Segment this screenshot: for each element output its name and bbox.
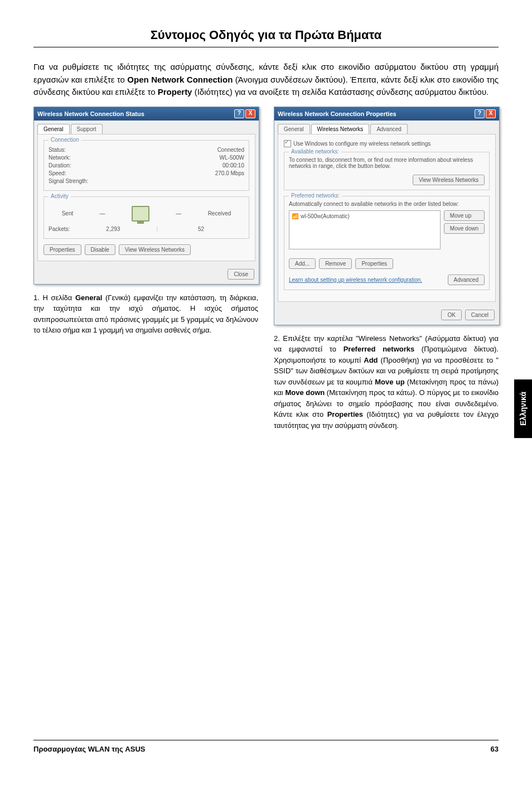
disable-button[interactable]: Disable [85,244,115,255]
val-sent: 2,293 [70,226,156,232]
dialog2-title: Wireless Network Connection Properties [278,110,396,117]
group-available: Available networks: [289,148,341,155]
status-dialog: Wireless Network Connection Status ? X G… [33,107,259,285]
preferred-listbox[interactable]: 📶 wl-500w(Automatic) [289,210,441,249]
network-activity-icon [132,206,149,222]
tab-general-2[interactable]: General [278,124,310,134]
page-number: 63 [491,745,499,753]
available-text: To connect to, disconnect from, or find … [289,157,485,169]
ok-button[interactable]: OK [441,310,461,320]
view-wireless-button[interactable]: View Wireless Networks [413,175,485,185]
move-up-button[interactable]: Move up [444,210,485,221]
dialog1-title: Wireless Network Connection Status [37,110,144,117]
properties-button[interactable]: Properties [43,244,81,255]
lbl-sent: Sent [62,210,74,216]
use-windows-checkbox[interactable] [284,140,291,147]
view-networks-button[interactable]: View Wireless Networks [119,244,191,255]
tab-wireless-networks[interactable]: Wireless Networks [311,124,370,134]
tab-advanced[interactable]: Advanced [370,124,407,134]
footer-title: Προσαρμογέας WLAN της ASUS [33,745,145,753]
list-item[interactable]: 📶 wl-500w(Automatic) [292,213,438,220]
lbl-packets: Packets: [49,226,70,232]
lbl-received: Received [208,210,231,216]
group-preferred: Preferred networks: [289,192,342,199]
lbl-duration: Duration: [49,162,71,169]
props-button[interactable]: Properties [355,258,393,269]
signal-icon: 📶 [292,213,298,220]
close-icon[interactable]: X [486,109,496,118]
use-windows-label: Use Windows to configure my wireless net… [293,141,431,147]
add-button[interactable]: Add... [289,258,316,269]
list-item-label: wl-500w(Automatic) [301,213,350,219]
preferred-text: Automatically connect to available netwo… [289,201,485,207]
move-down-button[interactable]: Move down [444,223,485,234]
close-icon[interactable]: X [245,109,255,118]
lbl-network: Network: [49,155,70,161]
cancel-button[interactable]: Cancel [465,310,495,320]
close-button[interactable]: Close [228,269,254,280]
group-connection: Connection [49,137,81,143]
tab-general[interactable]: General [37,124,70,134]
page-title: Σύντομος Οδηγός για τα Πρώτα Βήματα [33,28,499,42]
help-icon[interactable]: ? [234,109,244,118]
advanced-button[interactable]: Advanced [448,275,485,285]
tab-support[interactable]: Support [71,124,103,134]
val-status: Connected [217,147,244,153]
properties-dialog: Wireless Network Connection Properties ?… [274,107,500,325]
caption-1: 1. Η σελίδα General (Γενικά) εμφανίζει τ… [33,292,258,336]
val-network: WL-500W [220,155,244,161]
val-speed: 270.0 Mbps [215,170,244,176]
learn-link[interactable]: Learn about setting up wireless network … [289,277,444,283]
language-tab: Ελληνικά [514,379,532,438]
help-icon[interactable]: ? [475,109,485,118]
lbl-status: Status: [49,147,66,153]
lbl-signal: Signal Strength: [49,178,88,184]
val-duration: 00:00:10 [223,162,244,169]
title-rule [33,47,499,47]
lbl-speed: Speed: [49,170,66,176]
val-recv: 52 [158,226,244,232]
intro-paragraph: Για να ρυθμίσετε τις ιδιότητες της ασύρμ… [33,61,499,99]
caption-2: 2. Επιλέξτε την καρτέλα "Wireless Networ… [274,333,499,431]
remove-button[interactable]: Remove [319,258,352,269]
group-activity: Activity [49,193,71,199]
